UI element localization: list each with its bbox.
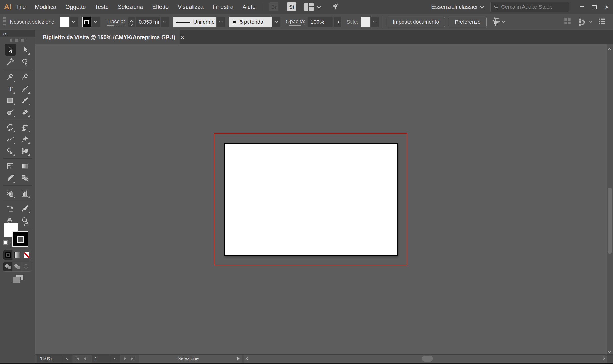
- direct-selection-tool[interactable]: [19, 44, 31, 56]
- vertical-scroll-thumb[interactable]: [608, 187, 612, 254]
- slice-tool[interactable]: [19, 203, 31, 214]
- draw-inside-button[interactable]: [22, 262, 31, 272]
- panel-grip-icon[interactable]: [3, 17, 5, 27]
- arrange-documents-icon[interactable]: [304, 3, 314, 11]
- vertical-scrollbar[interactable]: [607, 44, 613, 355]
- opacity-panel-button[interactable]: [334, 17, 341, 27]
- menu-seleziona[interactable]: Seleziona: [113, 4, 148, 10]
- type-tool[interactable]: T: [5, 83, 16, 94]
- zoom-dropdown-button[interactable]: [62, 355, 72, 363]
- default-fill-stroke-icon[interactable]: [3, 240, 11, 248]
- properties-list-icon[interactable]: [598, 17, 606, 27]
- tab-close-icon[interactable]: ×: [180, 34, 184, 41]
- stroke-profile-dropdown[interactable]: Uniforme: [173, 17, 216, 27]
- share-paper-plane-icon[interactable]: [331, 2, 339, 12]
- menu-oggetto[interactable]: Oggetto: [61, 4, 90, 10]
- perspective-grid-tool[interactable]: [19, 145, 31, 157]
- next-artboard-button[interactable]: [124, 357, 126, 361]
- draw-behind-button[interactable]: [13, 262, 22, 272]
- stroke-weight-input[interactable]: 0,353 mr: [136, 17, 160, 27]
- paintbrush-tool[interactable]: [19, 94, 31, 106]
- collapse-panels-button[interactable]: «: [3, 31, 6, 37]
- scroll-down-icon[interactable]: [608, 350, 611, 353]
- shaper-tool[interactable]: [5, 106, 16, 118]
- artboard-dropdown-button[interactable]: [110, 355, 120, 363]
- stroke-dropdown-button[interactable]: [92, 17, 100, 27]
- menu-finestra[interactable]: Finestra: [208, 4, 238, 10]
- shape-builder-tool[interactable]: [5, 145, 16, 157]
- scale-tool[interactable]: [19, 121, 31, 133]
- color-button[interactable]: [3, 250, 13, 260]
- stroke-swatch[interactable]: [82, 17, 91, 27]
- zoom-level-field[interactable]: 150%: [37, 355, 62, 363]
- workspace-switcher[interactable]: Essenziali classici: [431, 4, 484, 10]
- brush-definition-chevron-button[interactable]: [272, 17, 280, 27]
- horizontal-scrollbar[interactable]: [244, 355, 607, 363]
- menu-file[interactable]: File: [12, 4, 30, 10]
- last-artboard-button[interactable]: [130, 357, 134, 361]
- screen-mode-icon[interactable]: [13, 274, 24, 283]
- preferences-button[interactable]: Preferenze: [449, 17, 487, 27]
- document-setup-button[interactable]: Imposta documento: [387, 17, 445, 27]
- pen-tool[interactable]: [5, 71, 16, 83]
- blend-tool[interactable]: [19, 172, 31, 184]
- stepper-up-icon[interactable]: [130, 20, 133, 23]
- eraser-tool[interactable]: [19, 106, 31, 118]
- first-artboard-button[interactable]: [76, 357, 80, 361]
- scroll-up-icon[interactable]: [608, 48, 611, 51]
- magic-wand-tool[interactable]: [5, 56, 16, 67]
- scroll-right-icon[interactable]: [602, 357, 605, 360]
- canvas-pasteboard[interactable]: [35, 44, 607, 355]
- adobe-stock-search-input[interactable]: Cerca in Adobe Stock: [490, 2, 570, 12]
- style-swatch[interactable]: [361, 17, 370, 27]
- menu-aiuto[interactable]: Aiuto: [238, 4, 260, 10]
- opacity-input[interactable]: 100%: [308, 17, 333, 27]
- stroke-weight-label[interactable]: Traccia:: [107, 18, 125, 26]
- isolate-selection-icon[interactable]: [491, 17, 504, 27]
- menu-modifica[interactable]: Modifica: [30, 4, 61, 10]
- stroke-weight-dropdown-button[interactable]: [161, 17, 169, 27]
- gradient-tool[interactable]: [19, 160, 31, 172]
- fill-dropdown-button[interactable]: [70, 17, 78, 27]
- menu-testo[interactable]: Testo: [90, 4, 113, 10]
- snap-chevron-icon[interactable]: [589, 20, 592, 23]
- eyedropper-tool[interactable]: [5, 172, 16, 184]
- fill-swatch[interactable]: [60, 17, 69, 27]
- artboard-rectangle[interactable]: [224, 143, 398, 256]
- scroll-left-icon[interactable]: [246, 357, 249, 360]
- grid-view-icon[interactable]: [563, 17, 571, 27]
- stroke-color-proxy[interactable]: [13, 231, 28, 247]
- previous-artboard-button[interactable]: [84, 357, 86, 361]
- rotate-tool[interactable]: [5, 121, 16, 133]
- stroke-weight-stepper[interactable]: [128, 17, 135, 27]
- symbol-sprayer-tool[interactable]: [5, 187, 16, 199]
- opacity-label[interactable]: Opacità:: [286, 18, 305, 26]
- line-segment-tool[interactable]: [19, 83, 31, 94]
- swap-fill-stroke-icon[interactable]: [23, 221, 30, 229]
- restore-button[interactable]: [588, 2, 600, 12]
- rectangle-tool[interactable]: [5, 94, 16, 106]
- curvature-tool[interactable]: [19, 71, 31, 83]
- menu-visualizza[interactable]: Visualizza: [173, 4, 208, 10]
- stock-button[interactable]: St: [287, 2, 296, 12]
- close-button[interactable]: ×: [600, 2, 613, 12]
- isolate-chevron-icon[interactable]: [502, 20, 505, 23]
- artboard-number-field[interactable]: 1: [92, 355, 110, 363]
- minimize-button[interactable]: [576, 2, 588, 12]
- stepper-down-icon[interactable]: [130, 23, 133, 26]
- snap-options-control[interactable]: [578, 17, 591, 26]
- horizontal-scroll-thumb[interactable]: [422, 356, 433, 362]
- menu-effetto[interactable]: Effetto: [148, 4, 173, 10]
- status-options-icon[interactable]: [237, 357, 240, 361]
- puppet-warp-tool[interactable]: [19, 133, 31, 145]
- arrange-documents-chevron-icon[interactable]: [317, 4, 321, 8]
- style-chevron-button[interactable]: [371, 17, 379, 27]
- lasso-tool[interactable]: [19, 56, 31, 67]
- mesh-tool[interactable]: [5, 160, 16, 172]
- status-display[interactable]: Selezione: [139, 355, 242, 363]
- draw-normal-button[interactable]: [3, 262, 13, 272]
- stroke-profile-chevron-button[interactable]: [217, 17, 225, 27]
- column-graph-tool[interactable]: [19, 187, 31, 199]
- fill-color-control[interactable]: [60, 17, 78, 27]
- bridge-button[interactable]: Br: [269, 2, 279, 12]
